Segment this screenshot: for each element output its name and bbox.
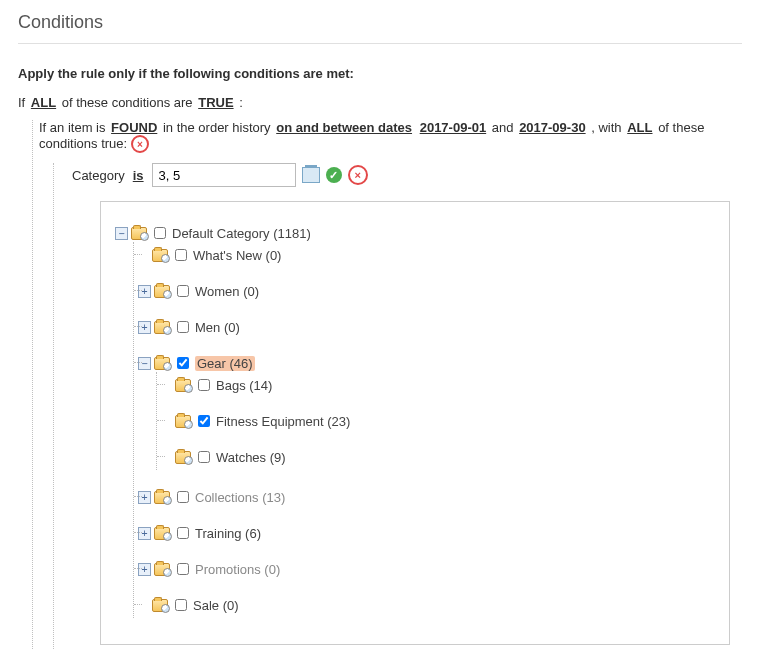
remove-category-cond-icon[interactable]: × bbox=[348, 165, 368, 185]
history-rule-line: If an item is FOUND in the order history… bbox=[39, 120, 742, 153]
tree-node-gear: − Gear (46) bbox=[138, 350, 715, 474]
category-operator[interactable]: is bbox=[131, 168, 146, 183]
tree-node-watches: Watches (9) bbox=[161, 444, 715, 470]
tree-node-collections: + Collections (13) bbox=[138, 484, 715, 510]
tree-node-men: + Men (0) bbox=[138, 314, 715, 340]
expand-icon[interactable]: + bbox=[138, 563, 151, 576]
tree-node-promotions: + Promotions (0) bbox=[138, 556, 715, 582]
tree-node-women: + Women (0) bbox=[138, 278, 715, 304]
toggle-blank-icon bbox=[138, 250, 149, 261]
section-title: Conditions bbox=[18, 12, 742, 33]
label-watches[interactable]: Watches (9) bbox=[216, 450, 286, 465]
folder-icon bbox=[154, 357, 170, 370]
checkbox-sale[interactable] bbox=[175, 599, 187, 611]
checkbox-watches[interactable] bbox=[198, 451, 210, 463]
tree-node-training: + Training (6) bbox=[138, 520, 715, 546]
root-aggregator[interactable]: ALL bbox=[29, 95, 58, 110]
history-aggregator[interactable]: ALL bbox=[625, 120, 654, 135]
history-children: Category is ✓ × − Default Category (1181… bbox=[53, 163, 742, 650]
remove-history-rule-icon[interactable]: × bbox=[131, 135, 149, 153]
folder-icon bbox=[152, 249, 168, 262]
history-range-label[interactable]: on and between dates bbox=[274, 120, 414, 135]
lead-text: Apply the rule only if the following con… bbox=[18, 66, 742, 81]
category-condition: Category is ✓ × bbox=[72, 163, 742, 187]
checkbox-training[interactable] bbox=[177, 527, 189, 539]
category-attr[interactable]: Category bbox=[72, 168, 125, 183]
chooser-open-icon[interactable] bbox=[302, 167, 320, 183]
tree-node-whats-new: What's New (0) bbox=[138, 242, 715, 268]
label-sale[interactable]: Sale (0) bbox=[193, 598, 239, 613]
history-to-date[interactable]: 2017-09-30 bbox=[517, 120, 588, 135]
label-default-category[interactable]: Default Category (1181) bbox=[172, 226, 311, 241]
folder-icon bbox=[175, 379, 191, 392]
history-and: and bbox=[492, 120, 514, 135]
root-value[interactable]: TRUE bbox=[196, 95, 235, 110]
checkbox-collections[interactable] bbox=[177, 491, 189, 503]
folder-icon bbox=[175, 415, 191, 428]
label-collections[interactable]: Collections (13) bbox=[195, 490, 285, 505]
tree-node-bags: Bags (14) bbox=[161, 372, 715, 398]
toggle-blank-icon bbox=[161, 380, 172, 391]
checkbox-men[interactable] bbox=[177, 321, 189, 333]
expand-icon[interactable]: + bbox=[138, 491, 151, 504]
folder-icon bbox=[131, 227, 147, 240]
history-from-date[interactable]: 2017-09-01 bbox=[418, 120, 489, 135]
label-promotions[interactable]: Promotions (0) bbox=[195, 562, 280, 577]
category-value-input[interactable] bbox=[152, 163, 296, 187]
divider bbox=[18, 43, 742, 44]
root-rule-mid: of these conditions are bbox=[62, 95, 193, 110]
apply-icon[interactable]: ✓ bbox=[326, 167, 342, 183]
expand-icon[interactable]: + bbox=[138, 321, 151, 334]
checkbox-promotions[interactable] bbox=[177, 563, 189, 575]
toggle-blank-icon bbox=[161, 452, 172, 463]
label-men[interactable]: Men (0) bbox=[195, 320, 240, 335]
checkbox-women[interactable] bbox=[177, 285, 189, 297]
toggle-blank-icon bbox=[138, 600, 149, 611]
history-prefix: If an item is bbox=[39, 120, 105, 135]
folder-icon bbox=[154, 563, 170, 576]
label-fitness[interactable]: Fitness Equipment (23) bbox=[216, 414, 350, 429]
checkbox-gear[interactable] bbox=[177, 357, 189, 369]
expand-icon[interactable]: + bbox=[138, 285, 151, 298]
history-mid1: in the order history bbox=[163, 120, 271, 135]
root-rule-line: If ALL of these conditions are TRUE : bbox=[18, 95, 742, 110]
root-rule-prefix: If bbox=[18, 95, 25, 110]
label-women[interactable]: Women (0) bbox=[195, 284, 259, 299]
label-gear[interactable]: Gear (46) bbox=[195, 356, 255, 371]
collapse-icon[interactable]: − bbox=[115, 227, 128, 240]
checkbox-fitness[interactable] bbox=[198, 415, 210, 427]
collapse-icon[interactable]: − bbox=[138, 357, 151, 370]
tree-node-sale: Sale (0) bbox=[138, 592, 715, 618]
label-training[interactable]: Training (6) bbox=[195, 526, 261, 541]
checkbox-default-category[interactable] bbox=[154, 227, 166, 239]
expand-icon[interactable]: + bbox=[138, 527, 151, 540]
label-whats-new[interactable]: What's New (0) bbox=[193, 248, 281, 263]
tree-node-fitness: Fitness Equipment (23) bbox=[161, 408, 715, 434]
checkbox-whats-new[interactable] bbox=[175, 249, 187, 261]
history-found[interactable]: FOUND bbox=[109, 120, 159, 135]
category-tree: − Default Category (1181) What's New (0) bbox=[100, 201, 730, 645]
history-mid2: , with bbox=[591, 120, 621, 135]
folder-icon bbox=[154, 527, 170, 540]
folder-icon bbox=[152, 599, 168, 612]
folder-icon bbox=[154, 321, 170, 334]
folder-icon bbox=[175, 451, 191, 464]
checkbox-bags[interactable] bbox=[198, 379, 210, 391]
root-children: If an item is FOUND in the order history… bbox=[32, 120, 742, 650]
folder-icon bbox=[154, 285, 170, 298]
toggle-blank-icon bbox=[161, 416, 172, 427]
label-bags[interactable]: Bags (14) bbox=[216, 378, 272, 393]
root-rule-suffix: : bbox=[239, 95, 243, 110]
tree-node-default-category: − Default Category (1181) What's New (0) bbox=[115, 220, 715, 622]
folder-icon bbox=[154, 491, 170, 504]
